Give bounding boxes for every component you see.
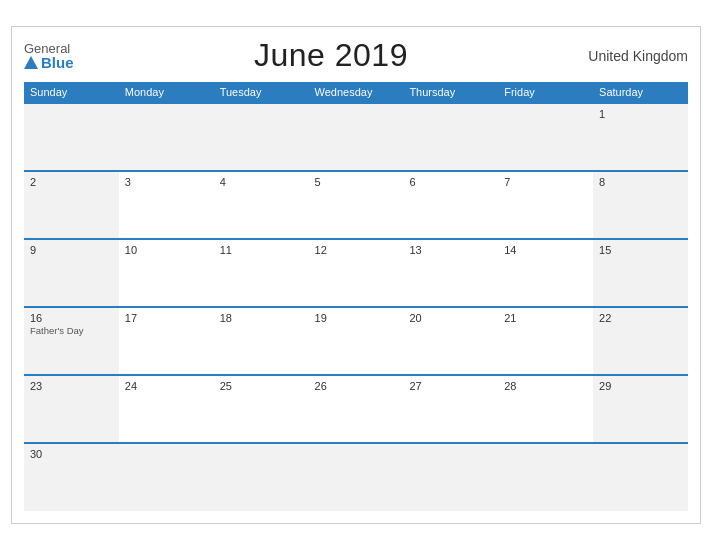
logo: General Blue (24, 42, 74, 70)
logo-triangle-icon (24, 56, 38, 69)
day-number: 23 (30, 380, 113, 392)
day-number: 13 (409, 244, 492, 256)
calendar-cell: 14 (498, 239, 593, 307)
day-number: 8 (599, 176, 682, 188)
day-number: 11 (220, 244, 303, 256)
day-number: 1 (599, 108, 682, 120)
calendar-cell: 8 (593, 171, 688, 239)
calendar-cell: 4 (214, 171, 309, 239)
col-header-monday: Monday (119, 82, 214, 103)
calendar-cell: 15 (593, 239, 688, 307)
col-header-wednesday: Wednesday (309, 82, 404, 103)
calendar-cell (214, 103, 309, 171)
col-header-saturday: Saturday (593, 82, 688, 103)
day-number: 15 (599, 244, 682, 256)
calendar-week-row: 9101112131415 (24, 239, 688, 307)
logo-general-text: General (24, 42, 74, 55)
calendar-cell: 23 (24, 375, 119, 443)
day-number: 19 (315, 312, 398, 324)
calendar-cell: 10 (119, 239, 214, 307)
day-number: 28 (504, 380, 587, 392)
day-number: 2 (30, 176, 113, 188)
col-header-tuesday: Tuesday (214, 82, 309, 103)
calendar-week-row: 2345678 (24, 171, 688, 239)
day-number: 16 (30, 312, 113, 324)
calendar-cell: 1 (593, 103, 688, 171)
day-number: 24 (125, 380, 208, 392)
col-header-thursday: Thursday (403, 82, 498, 103)
calendar-cell: 21 (498, 307, 593, 375)
day-number: 14 (504, 244, 587, 256)
calendar-cell: 25 (214, 375, 309, 443)
calendar-week-row: 16Father's Day171819202122 (24, 307, 688, 375)
calendar-body: 12345678910111213141516Father's Day17181… (24, 103, 688, 511)
calendar-week-row: 30 (24, 443, 688, 511)
calendar-cell: 16Father's Day (24, 307, 119, 375)
calendar-table: Sunday Monday Tuesday Wednesday Thursday… (24, 82, 688, 511)
calendar-week-row: 1 (24, 103, 688, 171)
day-number: 5 (315, 176, 398, 188)
day-number: 18 (220, 312, 303, 324)
calendar-cell (498, 103, 593, 171)
calendar-cell (24, 103, 119, 171)
col-header-sunday: Sunday (24, 82, 119, 103)
calendar-cell: 6 (403, 171, 498, 239)
calendar-cell: 18 (214, 307, 309, 375)
calendar-cell: 22 (593, 307, 688, 375)
day-number: 21 (504, 312, 587, 324)
calendar-cell: 9 (24, 239, 119, 307)
calendar-cell: 19 (309, 307, 404, 375)
calendar-cell (403, 103, 498, 171)
calendar-cell (214, 443, 309, 511)
day-number: 7 (504, 176, 587, 188)
calendar-cell: 13 (403, 239, 498, 307)
calendar-header: General Blue June 2019 United Kingdom (24, 37, 688, 74)
calendar-cell: 5 (309, 171, 404, 239)
day-number: 3 (125, 176, 208, 188)
calendar-cell: 12 (309, 239, 404, 307)
day-number: 17 (125, 312, 208, 324)
calendar-cell: 27 (403, 375, 498, 443)
day-number: 29 (599, 380, 682, 392)
calendar-cell (309, 103, 404, 171)
calendar-cell: 24 (119, 375, 214, 443)
calendar-cell (119, 443, 214, 511)
logo-blue-text: Blue (24, 55, 74, 70)
day-number: 20 (409, 312, 492, 324)
calendar-cell (498, 443, 593, 511)
calendar-thead: Sunday Monday Tuesday Wednesday Thursday… (24, 82, 688, 103)
calendar-cell: 2 (24, 171, 119, 239)
day-number: 26 (315, 380, 398, 392)
day-number: 22 (599, 312, 682, 324)
calendar-cell (309, 443, 404, 511)
calendar-cell: 26 (309, 375, 404, 443)
calendar-cell (119, 103, 214, 171)
day-number: 9 (30, 244, 113, 256)
day-number: 6 (409, 176, 492, 188)
col-header-friday: Friday (498, 82, 593, 103)
day-number: 4 (220, 176, 303, 188)
calendar-title: June 2019 (254, 37, 408, 74)
calendar-cell: 30 (24, 443, 119, 511)
calendar-header-row: Sunday Monday Tuesday Wednesday Thursday… (24, 82, 688, 103)
calendar-cell: 3 (119, 171, 214, 239)
calendar-week-row: 23242526272829 (24, 375, 688, 443)
day-number: 12 (315, 244, 398, 256)
calendar-cell: 29 (593, 375, 688, 443)
day-number: 30 (30, 448, 113, 460)
day-number: 27 (409, 380, 492, 392)
calendar: General Blue June 2019 United Kingdom Su… (11, 26, 701, 524)
calendar-region: United Kingdom (588, 48, 688, 64)
calendar-cell: 11 (214, 239, 309, 307)
day-event: Father's Day (30, 325, 113, 336)
day-number: 10 (125, 244, 208, 256)
calendar-cell (403, 443, 498, 511)
calendar-cell: 20 (403, 307, 498, 375)
calendar-cell: 7 (498, 171, 593, 239)
calendar-cell: 17 (119, 307, 214, 375)
calendar-cell: 28 (498, 375, 593, 443)
calendar-cell (593, 443, 688, 511)
day-number: 25 (220, 380, 303, 392)
